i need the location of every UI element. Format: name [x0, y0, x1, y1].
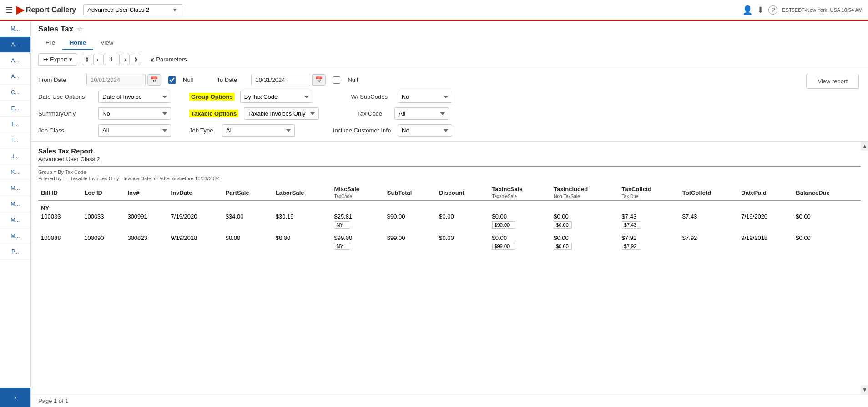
view-report-button[interactable]: View report [806, 74, 859, 89]
sidebar-item-a2[interactable]: A... [0, 53, 30, 69]
sidebar-item-i[interactable]: I... [0, 132, 30, 148]
parameters-section: From Date 📅 Null To Date 📅 Null View rep… [31, 69, 868, 142]
filter-icon: ⧖ [150, 56, 154, 63]
page-nav: ⟪ ‹ 1 › ⟫ [82, 54, 141, 65]
to-date-label: To Date [217, 76, 244, 83]
job-class-label: Job Class [38, 127, 93, 134]
date-use-label: Date Use Options [38, 93, 93, 100]
cell-date-paid: 9/19/2018 [738, 234, 793, 242]
tax-code-select[interactable]: All [394, 107, 449, 120]
cell-discount: $0.00 [436, 212, 489, 221]
sidebar-item-k[interactable]: K... [0, 164, 30, 180]
to-date-calendar-icon[interactable]: 📅 [312, 74, 326, 86]
logo-arrow: ▶ [16, 4, 24, 16]
col-discount: Discount [436, 185, 489, 201]
next-page-button[interactable]: › [121, 54, 130, 65]
to-null-checkbox[interactable] [333, 76, 340, 84]
cell-inv-date: 7/19/2020 [168, 212, 223, 221]
first-page-button[interactable]: ⟪ [82, 54, 92, 65]
col-tax-included: TaxIncludedNon-TaxSale [551, 185, 619, 201]
group-options-label: Group Options [189, 93, 235, 101]
tab-file[interactable]: File [38, 36, 62, 50]
from-date-input-wrap: 📅 [86, 74, 161, 86]
tab-view[interactable]: View [93, 36, 121, 50]
group-options-select[interactable]: By Tax Code [240, 91, 313, 103]
cell-misc-sale: $25.81 [331, 212, 384, 221]
sidebar-item-f[interactable]: F... [0, 117, 30, 132]
cell-balance-due: $0.00 [793, 234, 861, 242]
parameters-button[interactable]: ⧖ Parameters [146, 54, 191, 66]
table-row: 100033 100033 300991 7/19/2020 $34.00 $3… [38, 212, 861, 221]
col-misc-sale: MiscSaleTaxCode [331, 185, 384, 201]
scroll-down-indicator[interactable]: ▼ [861, 385, 868, 394]
toolbar: ↦ Export ▾ ⟪ ‹ 1 › ⟫ ⧖ Parameters [31, 50, 868, 69]
date-use-select[interactable]: Date of Invoice [98, 91, 171, 103]
to-date-input[interactable] [251, 74, 310, 86]
sidebar-item-j[interactable]: J... [0, 148, 30, 164]
sidebar: M... A... A... A... C... E... F... I... … [0, 21, 31, 407]
col-tax-collctd: TaxCollctdTax Due [619, 185, 680, 201]
sidebar-item-a3[interactable]: A... [0, 69, 30, 85]
from-null-label: Null [183, 76, 193, 83]
tax-code-label: Tax Code [357, 110, 389, 117]
cell-tax-inc-sale: $0.00 [490, 234, 551, 242]
star-icon[interactable]: ☆ [77, 25, 83, 33]
col-date-paid: DatePaid [738, 185, 793, 201]
sidebar-item-c[interactable]: C... [0, 85, 30, 101]
cell-subtotal: $99.00 [384, 234, 437, 242]
cell-balance-due: $0.00 [793, 212, 861, 221]
timezone-info: EST5EDT-New York, USA 10:54 AM [782, 7, 863, 13]
col-subtotal: SubTotal [384, 185, 437, 201]
tab-bar: File Home View [38, 36, 861, 50]
cell-bill-id: 100033 [38, 212, 81, 221]
sidebar-item-a1[interactable]: A... [0, 37, 30, 53]
sidebar-item-m3[interactable]: M... [0, 196, 30, 212]
help-icon[interactable]: ? [768, 5, 777, 15]
sidebar-item-m1[interactable]: M... [0, 21, 30, 37]
export-button[interactable]: ↦ Export ▾ [38, 53, 77, 66]
last-page-button[interactable]: ⟫ [131, 54, 141, 65]
prev-page-button[interactable]: ‹ [93, 54, 102, 65]
app-title: Report Gallery [26, 6, 76, 14]
sidebar-item-p[interactable]: P... [0, 244, 30, 260]
sidebar-item-m2[interactable]: M... [0, 180, 30, 196]
cell-inv-date: 9/19/2018 [168, 234, 223, 242]
cell-inv: 300823 [125, 234, 168, 242]
hamburger-icon[interactable]: ☰ [5, 5, 13, 15]
job-class-select[interactable]: All [98, 124, 171, 137]
cell-tax-included: $0.00 [551, 234, 619, 242]
include-cust-select[interactable]: No [398, 124, 452, 137]
report-dropdown[interactable]: Advanced User Class 2 [83, 4, 183, 15]
cell-loc-id: 100033 [81, 212, 125, 221]
cell-tax-collctd: $7.92 [619, 234, 680, 242]
report-main-title: Sales Tax Report [38, 147, 861, 155]
page-number: 1 [103, 54, 120, 65]
job-type-select[interactable]: All [222, 124, 295, 137]
cell-tax-inc-sale: $0.00 [490, 212, 551, 221]
from-date-calendar-icon[interactable]: 📅 [147, 74, 161, 86]
sidebar-item-m4[interactable]: M... [0, 212, 30, 228]
sub-row: NY $99.00 $0.00 $7.92 [38, 242, 861, 250]
taxable-options-label: Taxable Options [189, 110, 238, 117]
scroll-up-indicator[interactable]: ▲ [861, 142, 868, 151]
sidebar-item-e[interactable]: E... [0, 101, 30, 117]
from-date-input[interactable] [86, 74, 146, 86]
report-header: Sales Tax ☆ File Home View [31, 21, 868, 50]
from-null-checkbox[interactable] [168, 76, 176, 84]
summary-select[interactable]: No [98, 107, 171, 120]
report-subtitle: Advanced User Class 2 [38, 156, 861, 163]
download-icon[interactable]: ⬇ [757, 5, 764, 15]
report-body: ▲ Sales Tax Report Advanced User Class 2… [31, 142, 868, 394]
sidebar-expand-button[interactable]: › [0, 388, 30, 407]
cell-tax-collctd: $7.43 [619, 212, 680, 221]
cell-subtotal: $90.00 [384, 212, 437, 221]
cell-inv: 300991 [125, 212, 168, 221]
user-icon[interactable]: 👤 [742, 5, 752, 15]
taxable-options-select[interactable]: Taxable Invoices Only [244, 107, 319, 120]
col-inv-date: InvDate [168, 185, 223, 201]
tab-home[interactable]: Home [62, 36, 93, 50]
export-chevron-icon: ▾ [69, 56, 72, 63]
sidebar-item-m5[interactable]: M... [0, 228, 30, 244]
w-subcodes-select[interactable]: No [398, 91, 452, 103]
col-part-sale: PartSale [223, 185, 273, 201]
